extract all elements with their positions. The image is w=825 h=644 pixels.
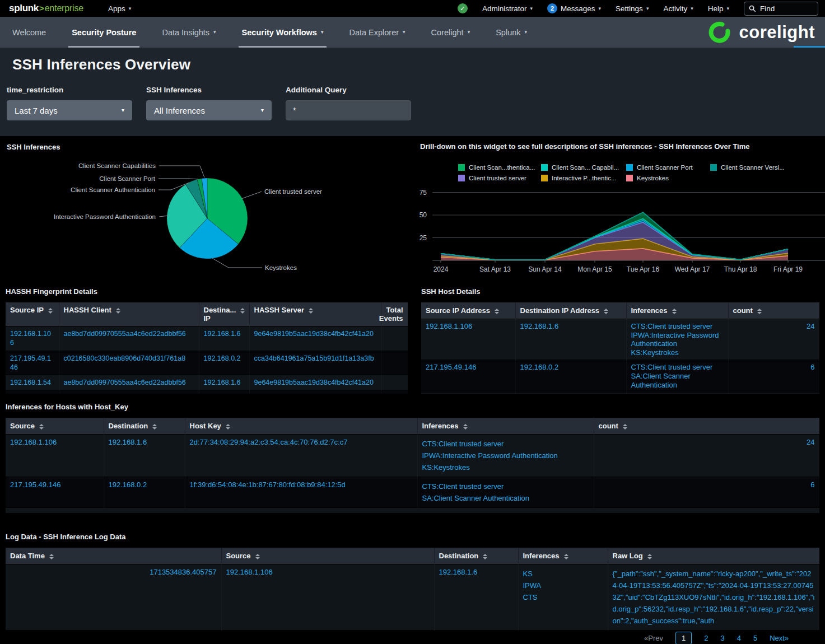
pagination-page-5[interactable]: 5 (753, 634, 757, 642)
health-check-icon[interactable]: ✓ (458, 3, 468, 13)
legend-item-client-scan-thentica[interactable]: Client Scan...thentica... (458, 164, 541, 171)
sort-icon[interactable] (255, 554, 260, 559)
inferences-cell[interactable]: CTS:Client trusted serverSA:Client Scann… (626, 360, 728, 393)
column-header-source[interactable]: Source (221, 548, 434, 564)
column-header-host-key[interactable]: Host Key (185, 418, 417, 435)
sort-icon[interactable] (49, 554, 54, 559)
source-ip-address-cell[interactable]: 217.195.49.146 (421, 360, 515, 393)
legend-item-client-scanner-port[interactable]: Client Scanner Port (626, 164, 710, 171)
column-header-source-ip[interactable]: Source IP (6, 302, 59, 326)
count-cell[interactable]: 6 (728, 360, 819, 393)
host-key-cell[interactable]: 2d:77:34:08:29:94:a2:c3:54:ca:4c:70:76:d… (185, 435, 417, 477)
administrator-menu[interactable]: Administrator▾ (482, 4, 533, 13)
column-header-destination[interactable]: Destination (104, 418, 185, 435)
pagination-next[interactable]: Next» (770, 634, 789, 642)
destination-ip-address-cell[interactable]: 192.168.0.2 (515, 360, 626, 393)
column-header-data-time[interactable]: Data Time (6, 548, 221, 564)
pagination-page-1[interactable]: 1 (675, 632, 692, 644)
source-ip-address-cell[interactable]: 192.168.1.106 (421, 319, 515, 360)
activity-menu[interactable]: Activity▾ (663, 4, 693, 13)
column-header-source-ip-address[interactable]: Source IP Address (421, 302, 515, 319)
column-header-inferences[interactable]: Inferences (518, 548, 608, 564)
sort-icon[interactable] (757, 309, 762, 314)
pagination-page-4[interactable]: 4 (737, 634, 741, 642)
legend-item-client-trusted-server[interactable]: Client trusted server (458, 175, 541, 181)
hassh-server-cell[interactable]: cca34b641961a75a15b91d1f1a13a3fb (249, 351, 381, 375)
column-header-inferences[interactable]: Inferences (626, 302, 728, 319)
source-cell[interactable]: 192.168.1.106 (6, 435, 104, 477)
hassh-client-cell[interactable]: ae8bd7dd09970555aa4c6ed22adbbf56 (59, 375, 199, 390)
legend-item-client-scan-capabil[interactable]: Client Scan... Capabil... (541, 164, 626, 171)
destination-cell[interactable]: 192.168.0.2 (104, 477, 185, 508)
tab-security-workflows[interactable]: Security Workflows▾ (239, 17, 327, 48)
sort-icon[interactable] (564, 554, 568, 559)
column-header-destination-ip-address[interactable]: Destination IP Address (515, 302, 626, 319)
destination-cell[interactable]: 192.168.1.6 (104, 435, 185, 477)
tab-data-explorer[interactable]: Data Explorer▾ (346, 17, 408, 48)
legend-item-interactive-p-thentic[interactable]: Interactive P...thentic... (541, 175, 626, 181)
column-header-count[interactable]: count (728, 302, 819, 319)
sort-icon[interactable] (39, 424, 44, 430)
sort-icon[interactable] (240, 308, 245, 314)
sort-icon[interactable] (463, 424, 468, 430)
count-cell[interactable]: 24 (728, 319, 819, 360)
tab-security-posture[interactable]: Security Posture (68, 17, 139, 48)
source-cell[interactable]: 192.168.1.106 (221, 564, 434, 631)
pagination-prev[interactable]: «Prev (644, 634, 663, 642)
inferences-cell[interactable]: CTS:Client trusted serverSA:Client Scann… (417, 477, 594, 508)
column-header-count[interactable]: count (594, 418, 819, 435)
destination-cell[interactable]: 192.168.1.6 (434, 564, 518, 631)
source-ip-cell[interactable]: 192.168.1.54 (6, 375, 59, 390)
find-search-input[interactable]: Find (744, 2, 818, 16)
inferences-cell[interactable]: KSIPWACTS (518, 564, 608, 631)
splunk-logo[interactable]: splunk>enterprise (9, 3, 83, 14)
tab-splunk[interactable]: Splunk▾ (492, 17, 530, 48)
hassh-client-cell[interactable]: ae8bd7dd09970555aa4c6ed22adbbf56 (59, 326, 199, 351)
legend-item-keystrokes[interactable]: Keystrokes (626, 175, 710, 181)
tab-welcome[interactable]: Welcome (9, 17, 49, 48)
column-header-destination[interactable]: Destination (434, 548, 518, 564)
time-restriction-dropdown[interactable]: Last 7 days▾ (7, 100, 132, 120)
additional-query-input[interactable] (286, 100, 411, 120)
hassh-server-cell[interactable]: 9e64e9819b5aac19d38c4fb42cf41a20 (249, 326, 381, 351)
inferences-cell[interactable]: CTS:Client trusted serverIPWA:Interactiv… (417, 435, 594, 477)
help-menu[interactable]: Help▾ (708, 4, 729, 13)
sort-icon[interactable] (152, 424, 157, 430)
destina-ip-cell[interactable]: 192.168.1.6 (199, 375, 249, 390)
sort-icon[interactable] (226, 424, 230, 430)
sort-icon[interactable] (647, 554, 652, 559)
count-cell[interactable]: 24 (594, 435, 819, 477)
total-events-cell[interactable] (381, 351, 408, 375)
sort-icon[interactable] (116, 308, 120, 314)
total-events-cell[interactable] (381, 326, 408, 351)
destina-ip-cell[interactable]: 192.168.0.2 (199, 351, 249, 375)
data-time-cell[interactable]: 1713534836.405757 (6, 564, 221, 631)
source-ip-cell[interactable]: 217.195.49.146 (6, 351, 59, 375)
pagination-page-2[interactable]: 2 (704, 634, 708, 642)
source-ip-cell[interactable]: 192.168.1.106 (6, 326, 59, 351)
tab-data-insights[interactable]: Data Insights▾ (159, 17, 219, 48)
sort-icon[interactable] (495, 309, 499, 314)
destination-ip-address-cell[interactable]: 192.168.1.6 (515, 319, 626, 360)
messages-menu[interactable]: 2 Messages▾ (547, 3, 601, 13)
sort-icon[interactable] (483, 554, 487, 559)
sort-icon[interactable] (48, 308, 53, 314)
sort-icon[interactable] (623, 424, 627, 430)
column-header-inferences[interactable]: Inferences (417, 418, 594, 435)
destina-ip-cell[interactable]: 192.168.1.6 (199, 326, 249, 351)
hassh-server-cell[interactable]: 9e64e9819b5aac19d38c4fb42cf41a20 (249, 375, 381, 390)
host-key-cell[interactable]: 1f:39:d6:54:08:4e:1b:87:67:80:fd:08:b9:8… (185, 477, 417, 508)
tab-corelight[interactable]: Corelight▾ (428, 17, 474, 48)
pagination-page-3[interactable]: 3 (720, 634, 724, 642)
column-header-hassh-client[interactable]: HASSH Client (59, 302, 199, 326)
legend-item-client-scanner-versi[interactable]: Client Scanner Versi... (710, 164, 785, 171)
sort-icon[interactable] (672, 309, 677, 314)
column-header-destina-ip[interactable]: Destina... IP (199, 302, 249, 326)
source-cell[interactable]: 217.195.49.146 (6, 477, 104, 508)
settings-menu[interactable]: Settings▾ (616, 4, 649, 13)
apps-menu[interactable]: Apps▾ (108, 4, 131, 13)
sort-icon[interactable] (309, 308, 313, 314)
column-header-source[interactable]: Source (6, 418, 104, 435)
inferences-cell[interactable]: CTS:Client trusted serverIPWA:Interactiv… (626, 319, 728, 360)
total-events-cell[interactable] (381, 375, 408, 390)
